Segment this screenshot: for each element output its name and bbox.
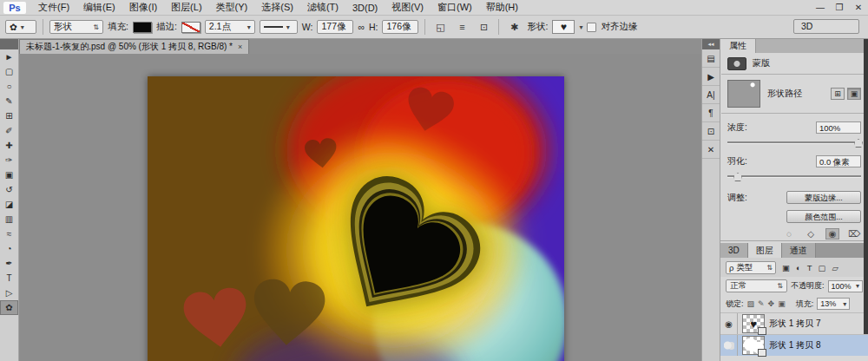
stroke-color-swatch[interactable] xyxy=(181,22,201,33)
clone-source-panel-icon[interactable]: ⊡ xyxy=(702,122,720,141)
tool-crop[interactable]: ⊞ xyxy=(0,108,18,123)
layer-row-shape-copy-7[interactable]: ◉ ♥ 形状 1 拷贝 7 xyxy=(720,312,868,334)
apply-mask-icon[interactable]: ◇ xyxy=(804,229,818,239)
workspace-3d-button[interactable]: 3D xyxy=(793,19,859,34)
tool-quick-selection[interactable]: ✎ xyxy=(0,94,18,108)
character-panel-icon[interactable]: A| xyxy=(702,86,720,104)
path-alignment-button[interactable]: ≡ xyxy=(453,19,470,35)
feather-value[interactable]: 0.0 像素 xyxy=(816,155,861,167)
shape-width-input[interactable]: 177像 xyxy=(317,20,353,34)
visibility-cell[interactable] xyxy=(720,335,738,356)
density-slider[interactable] xyxy=(727,137,861,148)
layer-filter-select[interactable]: ρ 类型 ⇅ xyxy=(726,261,776,274)
tool-custom-shape-active[interactable]: ✿ xyxy=(0,300,18,315)
eye-icon[interactable]: ◉ xyxy=(725,319,733,329)
tab-properties[interactable]: 属性 xyxy=(720,39,756,53)
canvas-workspace[interactable] xyxy=(19,54,701,361)
layer-name[interactable]: 形状 1 拷贝 8 xyxy=(769,339,820,351)
gear-icon[interactable]: ✱ xyxy=(505,19,523,35)
tool-path-selection[interactable]: ▷ xyxy=(0,286,18,300)
layer-row-shape-copy-8[interactable]: 形状 1 拷贝 8 xyxy=(720,334,868,356)
restore-button[interactable]: ❐ xyxy=(830,3,849,12)
layer-thumbnail[interactable] xyxy=(742,336,765,355)
stroke-width-input[interactable]: 2.1点 ▾ xyxy=(205,20,255,34)
stroke-style-select[interactable]: ▾ xyxy=(260,20,298,34)
menu-filter[interactable]: 滤镜(T) xyxy=(300,1,345,14)
filter-shape-icon[interactable]: ▢ xyxy=(819,263,826,272)
shape-path-thumbnail[interactable] xyxy=(727,80,760,108)
lock-transparency-icon[interactable]: ▨ xyxy=(747,299,755,308)
tab-close-icon[interactable]: × xyxy=(238,43,242,51)
slider-thumb[interactable] xyxy=(733,173,742,181)
blend-mode-select[interactable]: 正常 ⇅ xyxy=(726,279,787,292)
path-operations-button[interactable]: ◱ xyxy=(431,19,449,35)
tools-panel-grip[interactable] xyxy=(0,39,18,49)
eye-icon[interactable] xyxy=(724,341,734,350)
mask-edge-button[interactable]: 蒙版边缘... xyxy=(786,191,861,204)
menu-select[interactable]: 选择(S) xyxy=(254,1,300,14)
tool-gradient[interactable]: ▥ xyxy=(0,212,18,226)
menu-file[interactable]: 文件(F) xyxy=(31,1,76,14)
fill-color-swatch[interactable] xyxy=(133,22,152,33)
tool-eyedropper[interactable]: ✐ xyxy=(0,123,18,138)
fill-input[interactable]: 13% ▾ xyxy=(817,298,850,310)
lock-pixels-icon[interactable]: ✎ xyxy=(758,299,765,308)
menu-help[interactable]: 帮助(H) xyxy=(479,1,525,14)
tool-preset-picker[interactable]: ✿ ▾ xyxy=(5,20,36,34)
mask-icon[interactable] xyxy=(727,57,746,70)
filter-smart-object-icon[interactable]: ▱ xyxy=(832,263,838,272)
add-vector-mask-button[interactable]: ▣ xyxy=(847,88,861,100)
delete-mask-icon[interactable]: ⌦ xyxy=(847,229,861,239)
paragraph-panel-icon[interactable]: ¶ xyxy=(702,104,720,122)
tab-layers[interactable]: 图层 xyxy=(748,243,782,258)
lock-position-icon[interactable]: ✥ xyxy=(768,299,775,308)
shape-picker[interactable]: ♥ xyxy=(552,20,575,34)
layer-thumbnail[interactable]: ♥ xyxy=(742,314,765,333)
tool-history-brush[interactable]: ↺ xyxy=(0,182,18,197)
density-value[interactable]: 100% xyxy=(816,121,861,134)
tool-type[interactable]: T xyxy=(0,271,18,286)
filter-adjustment-icon[interactable]: ◐ xyxy=(796,263,801,272)
minimize-button[interactable]: — xyxy=(811,3,830,12)
tool-dodge[interactable]: ◔ xyxy=(0,241,18,256)
visibility-cell[interactable]: ◉ xyxy=(720,313,738,334)
tool-eraser[interactable]: ◪ xyxy=(0,197,18,212)
tool-pen[interactable]: ✒ xyxy=(0,256,18,271)
tool-lasso[interactable]: ○ xyxy=(0,79,18,94)
menu-view[interactable]: 视图(V) xyxy=(385,1,431,14)
tool-clone-stamp[interactable]: ▣ xyxy=(0,167,18,182)
tool-brush[interactable]: ✑ xyxy=(0,153,18,167)
lock-all-icon[interactable]: ▣ xyxy=(778,299,786,308)
menu-layer[interactable]: 图层(L) xyxy=(164,1,208,14)
layer-name[interactable]: 形状 1 拷贝 7 xyxy=(769,318,820,330)
mask-visibility-eye-icon[interactable]: ◉ xyxy=(825,228,839,240)
tool-mode-select[interactable]: 形状 ⇅ xyxy=(49,20,103,34)
collapse-panels-button[interactable]: ◂◂ xyxy=(702,39,720,49)
slider-thumb[interactable] xyxy=(854,139,863,148)
link-dimensions-icon[interactable]: ∞ xyxy=(358,22,365,32)
shape-height-input[interactable]: 176像 xyxy=(382,20,418,34)
actions-panel-icon[interactable]: ▶ xyxy=(702,68,720,86)
canvas-artwork[interactable] xyxy=(148,76,564,361)
brush-settings-panel-icon[interactable]: ▤ xyxy=(702,49,720,68)
tool-healing-brush[interactable]: ✚ xyxy=(0,138,18,153)
filter-type-icon[interactable]: T xyxy=(807,263,812,272)
filter-pixel-icon[interactable]: ▣ xyxy=(782,263,790,272)
menu-3d[interactable]: 3D(D) xyxy=(345,3,385,13)
menu-type[interactable]: 类型(Y) xyxy=(209,1,255,14)
document-tab[interactable]: 未标题-1-恢复的.psd @ 50% (形状 1 拷贝 8, RGB/8) *… xyxy=(19,39,249,54)
tool-marquee[interactable]: ▢ xyxy=(0,64,18,79)
add-pixel-mask-button[interactable]: ⊞ xyxy=(831,88,845,100)
tool-move[interactable]: ► xyxy=(0,49,18,64)
load-selection-icon[interactable]: ◌ xyxy=(782,229,796,239)
tool-presets-panel-icon[interactable]: ✕ xyxy=(702,141,720,159)
menu-window[interactable]: 窗口(W) xyxy=(431,1,479,14)
align-edges-checkbox[interactable] xyxy=(587,23,596,32)
menu-image[interactable]: 图像(I) xyxy=(122,1,164,14)
feather-slider[interactable] xyxy=(727,171,861,181)
tab-3d[interactable]: 3D xyxy=(720,243,748,258)
close-button[interactable]: ✕ xyxy=(849,3,868,12)
path-arrange-button[interactable]: ⊡ xyxy=(475,19,492,35)
menu-edit[interactable]: 编辑(E) xyxy=(76,1,122,14)
tool-smudge[interactable]: ≈ xyxy=(0,226,18,241)
